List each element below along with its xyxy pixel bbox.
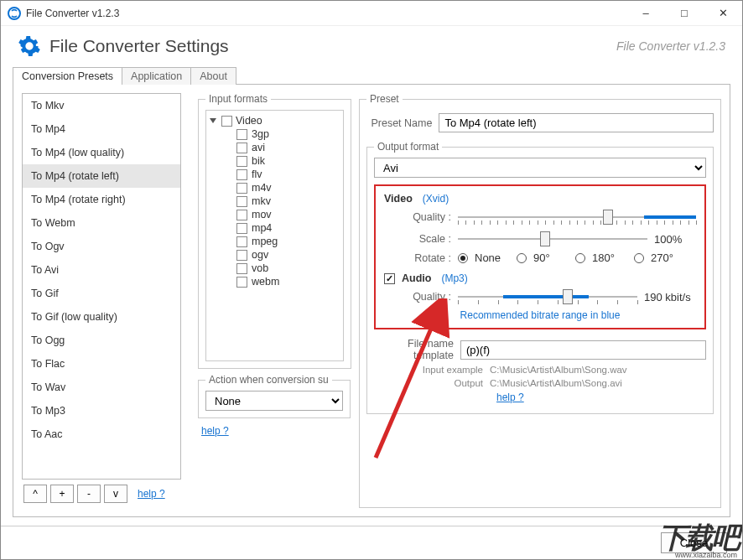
format-checkbox[interactable] <box>236 183 247 194</box>
rotate-180-radio[interactable] <box>575 253 585 263</box>
watermark: 下载吧 www.xiazaiba.com <box>625 517 742 559</box>
rotate-label: Rotate : <box>384 252 451 264</box>
preset-del-button[interactable]: - <box>77 485 101 503</box>
format-checkbox[interactable] <box>236 250 247 261</box>
preset-name-input[interactable] <box>439 113 714 132</box>
format-checkbox[interactable] <box>236 169 247 180</box>
video-root-checkbox[interactable] <box>221 116 232 127</box>
window-title: File Converter v1.2.3 <box>26 8 626 19</box>
format-checkbox[interactable] <box>236 156 247 167</box>
preset-item[interactable]: To Mp4 (low quality) <box>23 141 180 164</box>
preset-name-label: Preset Name <box>366 117 432 129</box>
preset-buttons: ^ + - v help ? <box>22 480 190 508</box>
gear-icon <box>18 34 41 58</box>
format-label: m4v <box>252 182 272 194</box>
page-title: File Converter Settings <box>49 36 616 56</box>
preset-item[interactable]: To Gif <box>23 282 180 305</box>
rotate-270-radio[interactable] <box>634 253 644 263</box>
help-link-2[interactable]: help ? <box>201 425 351 437</box>
file-name-template-input[interactable] <box>460 340 706 360</box>
scale-slider[interactable] <box>458 230 647 248</box>
format-checkbox[interactable] <box>236 277 247 288</box>
preset-item[interactable]: To Aac <box>23 423 180 446</box>
preset-item[interactable]: To Mp4 (rotate left) <box>23 164 180 188</box>
input-formats-legend: Input formats <box>205 93 271 105</box>
format-label: flv <box>252 169 262 180</box>
video-codec: (Xvid) <box>423 193 449 205</box>
preset-item[interactable]: To Mp3 <box>23 399 180 423</box>
input-example-label: Input example <box>374 365 483 375</box>
audio-quality-label: Quality : <box>384 291 451 303</box>
video-quality-slider[interactable] <box>458 208 696 226</box>
rotate-90-radio[interactable] <box>517 253 527 263</box>
video-quality-label: Quality : <box>384 211 451 223</box>
audio-codec: (Mp3) <box>441 272 467 284</box>
minimize-button[interactable]: – <box>626 1 665 26</box>
close-window-button[interactable]: ✕ <box>704 1 742 26</box>
footer: Close 下载吧 www.xiazaiba.com <box>1 526 742 559</box>
format-label: mpeg <box>252 236 278 247</box>
output-example-value: C:\Music\Artist\Album\Song.avi <box>490 378 622 388</box>
action-field: Action when conversion su None <box>198 374 351 418</box>
bitrate-hint: Recommended bitrate range in blue <box>384 309 696 321</box>
format-label: 3gp <box>252 128 269 140</box>
rotate-90-label: 90° <box>533 251 569 264</box>
audio-bitrate: 190 kbit/s <box>644 291 696 303</box>
preset-list: To MkvTo Mp4To Mp4 (low quality)To Mp4 (… <box>22 93 181 480</box>
preset-add-button[interactable]: + <box>50 485 74 503</box>
preset-item[interactable]: To Mp4 <box>23 117 180 141</box>
format-checkbox[interactable] <box>236 143 247 153</box>
tree-root-label: Video <box>236 115 262 127</box>
tab-conversion-presets[interactable]: Conversion Presets <box>13 67 122 85</box>
format-label: ogv <box>252 249 268 261</box>
preset-item[interactable]: To Gif (low quality) <box>23 305 180 329</box>
preset-item[interactable]: To Flac <box>23 352 180 376</box>
help-link[interactable]: help ? <box>138 488 165 500</box>
encoder-highlight-box: Video (Xvid) Quality : <box>374 184 706 329</box>
rotate-270-label: 270° <box>651 251 686 264</box>
rotate-180-label: 180° <box>592 251 627 264</box>
preset-down-button[interactable]: v <box>104 485 127 503</box>
input-formats-field: Input formats Video3gpavibikflvm4vmkvmov… <box>198 93 351 369</box>
format-checkbox[interactable] <box>236 223 247 234</box>
format-label: bik <box>252 155 265 167</box>
preset-item[interactable]: To Wav <box>23 376 180 399</box>
tab-page: To MkvTo Mp4To Mp4 (low quality)To Mp4 (… <box>13 84 730 517</box>
format-label: mov <box>252 209 272 220</box>
output-example-label: Output <box>374 378 483 388</box>
audio-checkbox[interactable] <box>384 273 395 284</box>
format-checkbox[interactable] <box>236 210 247 220</box>
maximize-button[interactable]: □ <box>665 1 704 26</box>
input-example-value: C:\Music\Artist\Album\Song.wav <box>490 365 627 375</box>
preset-up-button[interactable]: ^ <box>23 485 47 503</box>
tabs: Conversion Presets Application About <box>1 66 742 84</box>
action-select[interactable]: None <box>205 391 343 411</box>
format-label: mp4 <box>252 222 272 234</box>
input-formats-tree[interactable]: Video3gpavibikflvm4vmkvmovmp4mpegogvvobw… <box>205 110 344 361</box>
output-format-select[interactable]: Avi <box>374 158 706 178</box>
format-checkbox[interactable] <box>236 129 247 140</box>
rotate-none-radio[interactable] <box>458 253 468 263</box>
help-link-3[interactable]: help ? <box>496 391 524 403</box>
preset-item[interactable]: To Webm <box>23 211 180 235</box>
rotate-none-label: None <box>475 251 510 264</box>
preset-item[interactable]: To Avi <box>23 258 180 282</box>
tab-about[interactable]: About <box>190 67 236 85</box>
expand-icon[interactable] <box>210 118 216 123</box>
preset-item[interactable]: To Ogv <box>23 235 180 258</box>
format-label: vob <box>252 262 268 274</box>
preset-item[interactable]: To Ogg <box>23 329 180 352</box>
title-bar: File Converter v1.2.3 – □ ✕ <box>1 1 742 26</box>
format-label: mkv <box>252 195 271 207</box>
preset-item[interactable]: To Mp4 (rotate right) <box>23 188 180 211</box>
format-checkbox[interactable] <box>236 263 247 274</box>
format-checkbox[interactable] <box>236 236 247 247</box>
scale-value: 100% <box>654 233 696 246</box>
preset-item[interactable]: To Mkv <box>23 94 180 117</box>
format-label: webm <box>252 276 279 288</box>
tab-application[interactable]: Application <box>122 67 191 85</box>
audio-quality-slider[interactable] <box>458 288 637 306</box>
output-format-legend: Output format <box>374 141 442 153</box>
format-checkbox[interactable] <box>236 196 247 207</box>
scale-label: Scale : <box>384 233 451 245</box>
